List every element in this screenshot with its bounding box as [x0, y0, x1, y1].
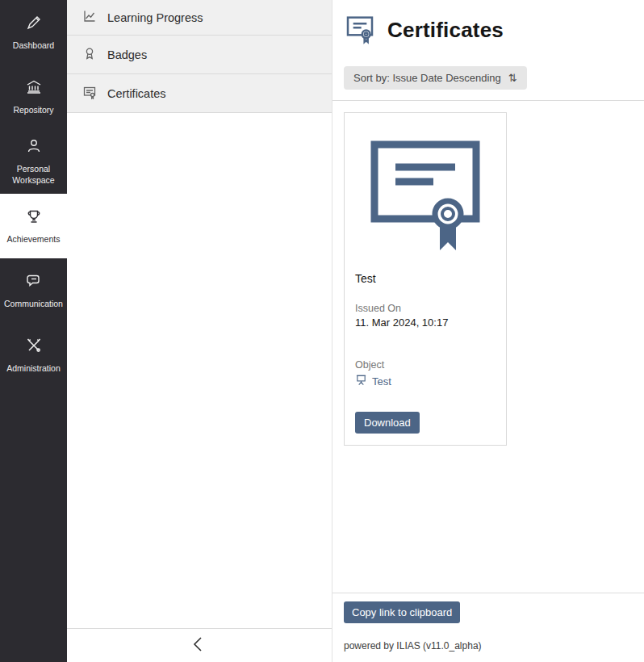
- footer-divider: [332, 593, 644, 593]
- submenu-item-label: Badges: [107, 48, 147, 61]
- copy-link-button[interactable]: Copy link to clipboard: [344, 601, 460, 623]
- sidebar-item-label: Achievements: [7, 233, 61, 245]
- submenu-item-learning-progress[interactable]: Learning Progress: [67, 0, 332, 36]
- object-link-row: Test: [355, 374, 496, 389]
- sort-button[interactable]: Sort by: Issue Date Descending ⇅: [344, 66, 527, 90]
- sidebar-item-label: Administration: [6, 362, 61, 374]
- download-button[interactable]: Download: [355, 412, 420, 434]
- sidebar-item-achievements[interactable]: Achievements: [0, 194, 67, 258]
- certificate-name: Test: [355, 272, 496, 285]
- issued-on-label: Issued On: [355, 303, 496, 314]
- sort-arrows-icon: ⇅: [508, 72, 517, 84]
- powered-by-text: powered by ILIAS (v11.0_alpha): [344, 640, 644, 652]
- trophy-icon: [25, 207, 43, 228]
- app-window: Dashboard Repository Personal Workspace: [0, 0, 644, 662]
- sidebar-item-label: Dashboard: [13, 40, 54, 51]
- sidebar-item-label: Communication: [4, 298, 63, 309]
- sidebar-item-repository[interactable]: Repository: [0, 65, 67, 129]
- submenu-item-badges[interactable]: Badges: [67, 36, 332, 74]
- sidebar-item-personal-workspace[interactable]: Personal Workspace: [0, 129, 67, 194]
- issued-on-value: 11. Mar 2024, 10:17: [355, 316, 496, 329]
- submenu-item-certificates[interactable]: Certificates: [67, 74, 332, 113]
- submenu-item-label: Learning Progress: [107, 11, 203, 24]
- course-icon: [355, 374, 367, 389]
- badge-icon: [82, 46, 97, 63]
- sidebar-item-dashboard[interactable]: Dashboard: [0, 0, 67, 65]
- user-icon: [25, 137, 43, 157]
- page-title: Certificates: [387, 18, 504, 43]
- sidebar-item-label: Personal Workspace: [2, 163, 65, 186]
- chevron-left-icon: [189, 634, 210, 658]
- certificate-preview: [355, 124, 496, 259]
- page-header: Certificates: [344, 12, 644, 48]
- sidebar-item-administration[interactable]: Administration: [0, 323, 67, 388]
- sort-row: Sort by: Issue Date Descending ⇅: [344, 66, 644, 90]
- content-area: Certificates Sort by: Issue Date Descend…: [332, 0, 644, 662]
- chart-icon: [82, 9, 97, 26]
- content-footer: Copy link to clipboard powered by ILIAS …: [332, 593, 644, 662]
- pen-icon: [25, 14, 43, 34]
- certificate-icon: [82, 85, 97, 102]
- object-link[interactable]: Test: [372, 375, 391, 388]
- submenu-collapse-button[interactable]: [67, 628, 332, 662]
- header-divider: [332, 100, 644, 101]
- sidebar-item-label: Repository: [13, 104, 53, 115]
- certificate-card: Test Issued On 11. Mar 2024, 10:17 Objec…: [344, 112, 507, 446]
- chat-icon: [25, 272, 43, 292]
- sidebar-item-communication[interactable]: Communication: [0, 258, 67, 323]
- bank-icon: [25, 78, 43, 98]
- submenu-item-label: Certificates: [107, 87, 166, 100]
- sort-button-label: Sort by: Issue Date Descending: [353, 72, 501, 84]
- achievements-submenu: Learning Progress Badges Certificates: [67, 0, 332, 662]
- tools-icon: [25, 337, 43, 357]
- object-label: Object: [355, 359, 496, 371]
- main-sidebar: Dashboard Repository Personal Workspace: [0, 0, 67, 662]
- certificate-icon: [344, 12, 376, 48]
